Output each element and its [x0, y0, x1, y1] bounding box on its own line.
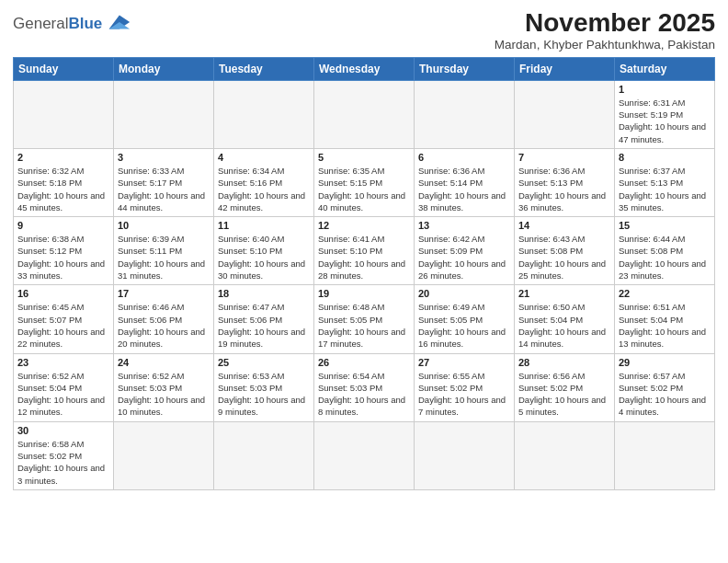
calendar-day-cell: 19Sunrise: 6:48 AMSunset: 5:05 PMDayligh… — [314, 285, 415, 353]
weekday-header-friday: Friday — [515, 57, 615, 80]
day-info: Sunrise: 6:31 AMSunset: 5:19 PMDaylight:… — [619, 97, 711, 145]
day-number: 3 — [118, 152, 210, 163]
day-number: 27 — [418, 357, 510, 368]
day-info: Sunrise: 6:58 AMSunset: 5:02 PMDaylight:… — [17, 438, 109, 487]
logo: GeneralBlue — [13, 13, 131, 33]
calendar-week-row: 16Sunrise: 6:45 AMSunset: 5:07 PMDayligh… — [14, 285, 715, 353]
day-number: 5 — [318, 152, 410, 163]
day-info: Sunrise: 6:53 AMSunset: 5:03 PMDaylight:… — [218, 370, 310, 419]
day-number: 25 — [218, 357, 310, 368]
day-info: Sunrise: 6:46 AMSunset: 5:06 PMDaylight:… — [118, 301, 210, 350]
calendar-day-cell: 4Sunrise: 6:34 AMSunset: 5:16 PMDaylight… — [214, 148, 314, 216]
calendar-day-cell: 3Sunrise: 6:33 AMSunset: 5:17 PMDaylight… — [114, 148, 214, 216]
calendar-day-cell: 5Sunrise: 6:35 AMSunset: 5:15 PMDaylight… — [314, 148, 415, 216]
day-number: 14 — [518, 220, 610, 231]
calendar-day-cell: 28Sunrise: 6:56 AMSunset: 5:02 PMDayligh… — [515, 353, 615, 421]
calendar-header: SundayMondayTuesdayWednesdayThursdayFrid… — [14, 57, 715, 80]
calendar-day-cell — [515, 421, 615, 489]
day-number: 15 — [619, 220, 711, 231]
day-number: 18 — [218, 288, 310, 299]
weekday-header-row: SundayMondayTuesdayWednesdayThursdayFrid… — [14, 57, 715, 80]
day-info: Sunrise: 6:47 AMSunset: 5:06 PMDaylight:… — [218, 301, 310, 350]
calendar-day-cell — [214, 80, 314, 148]
day-number: 24 — [118, 357, 210, 368]
day-info: Sunrise: 6:34 AMSunset: 5:16 PMDaylight:… — [218, 165, 310, 213]
day-number: 26 — [318, 357, 410, 368]
day-number: 1 — [619, 84, 711, 95]
day-info: Sunrise: 6:37 AMSunset: 5:13 PMDaylight:… — [619, 165, 711, 213]
day-info: Sunrise: 6:40 AMSunset: 5:10 PMDaylight:… — [218, 233, 310, 282]
page-title: November 2025 — [495, 9, 715, 38]
calendar-day-cell: 20Sunrise: 6:49 AMSunset: 5:05 PMDayligh… — [415, 285, 515, 353]
calendar-day-cell: 13Sunrise: 6:42 AMSunset: 5:09 PMDayligh… — [415, 217, 515, 285]
calendar: SundayMondayTuesdayWednesdayThursdayFrid… — [13, 57, 715, 490]
calendar-day-cell: 17Sunrise: 6:46 AMSunset: 5:06 PMDayligh… — [114, 285, 214, 353]
day-info: Sunrise: 6:32 AMSunset: 5:18 PMDaylight:… — [17, 165, 109, 213]
day-info: Sunrise: 6:39 AMSunset: 5:11 PMDaylight:… — [118, 233, 210, 282]
day-number: 21 — [518, 288, 610, 299]
day-info: Sunrise: 6:33 AMSunset: 5:17 PMDaylight:… — [118, 165, 210, 213]
day-number: 12 — [318, 220, 410, 231]
day-number: 8 — [619, 152, 711, 163]
calendar-day-cell: 1Sunrise: 6:31 AMSunset: 5:19 PMDaylight… — [615, 80, 715, 148]
day-number: 16 — [17, 288, 109, 299]
day-info: Sunrise: 6:54 AMSunset: 5:03 PMDaylight:… — [318, 370, 410, 419]
day-number: 28 — [518, 357, 610, 368]
day-info: Sunrise: 6:49 AMSunset: 5:05 PMDaylight:… — [418, 301, 510, 350]
calendar-day-cell — [515, 80, 615, 148]
header: GeneralBlue November 2025 Mardan, Khyber… — [13, 9, 715, 52]
day-info: Sunrise: 6:42 AMSunset: 5:09 PMDaylight:… — [418, 233, 510, 282]
day-number: 9 — [17, 220, 109, 231]
calendar-day-cell: 23Sunrise: 6:52 AMSunset: 5:04 PMDayligh… — [14, 353, 114, 421]
day-info: Sunrise: 6:57 AMSunset: 5:02 PMDaylight:… — [619, 370, 711, 419]
calendar-day-cell — [314, 421, 415, 489]
day-number: 7 — [518, 152, 610, 163]
calendar-day-cell: 21Sunrise: 6:50 AMSunset: 5:04 PMDayligh… — [515, 285, 615, 353]
day-info: Sunrise: 6:43 AMSunset: 5:08 PMDaylight:… — [518, 233, 610, 282]
calendar-day-cell: 10Sunrise: 6:39 AMSunset: 5:11 PMDayligh… — [114, 217, 214, 285]
calendar-day-cell: 7Sunrise: 6:36 AMSunset: 5:13 PMDaylight… — [515, 148, 615, 216]
day-info: Sunrise: 6:44 AMSunset: 5:08 PMDaylight:… — [619, 233, 711, 282]
calendar-week-row: 2Sunrise: 6:32 AMSunset: 5:18 PMDaylight… — [14, 148, 715, 216]
calendar-day-cell: 16Sunrise: 6:45 AMSunset: 5:07 PMDayligh… — [14, 285, 114, 353]
weekday-header-wednesday: Wednesday — [314, 57, 415, 80]
calendar-day-cell — [114, 80, 214, 148]
day-info: Sunrise: 6:48 AMSunset: 5:05 PMDaylight:… — [318, 301, 410, 350]
day-info: Sunrise: 6:56 AMSunset: 5:02 PMDaylight:… — [518, 370, 610, 419]
calendar-day-cell: 29Sunrise: 6:57 AMSunset: 5:02 PMDayligh… — [615, 353, 715, 421]
calendar-day-cell: 25Sunrise: 6:53 AMSunset: 5:03 PMDayligh… — [214, 353, 314, 421]
day-info: Sunrise: 6:51 AMSunset: 5:04 PMDaylight:… — [619, 301, 711, 350]
calendar-day-cell: 22Sunrise: 6:51 AMSunset: 5:04 PMDayligh… — [615, 285, 715, 353]
day-number: 30 — [17, 425, 109, 436]
day-info: Sunrise: 6:50 AMSunset: 5:04 PMDaylight:… — [518, 301, 610, 350]
page: GeneralBlue November 2025 Mardan, Khyber… — [0, 0, 728, 563]
day-info: Sunrise: 6:52 AMSunset: 5:03 PMDaylight:… — [118, 370, 210, 419]
day-info: Sunrise: 6:38 AMSunset: 5:12 PMDaylight:… — [17, 233, 109, 282]
day-number: 11 — [218, 220, 310, 231]
weekday-header-monday: Monday — [114, 57, 214, 80]
calendar-day-cell: 8Sunrise: 6:37 AMSunset: 5:13 PMDaylight… — [615, 148, 715, 216]
weekday-header-sunday: Sunday — [14, 57, 114, 80]
title-block: November 2025 Mardan, Khyber Pakhtunkhwa… — [495, 9, 715, 52]
calendar-day-cell — [14, 80, 114, 148]
logo-text-normal: General — [13, 15, 68, 32]
weekday-header-tuesday: Tuesday — [214, 57, 314, 80]
day-number: 20 — [418, 288, 510, 299]
day-info: Sunrise: 6:45 AMSunset: 5:07 PMDaylight:… — [17, 301, 109, 350]
day-info: Sunrise: 6:35 AMSunset: 5:15 PMDaylight:… — [318, 165, 410, 213]
weekday-header-saturday: Saturday — [615, 57, 715, 80]
calendar-day-cell: 27Sunrise: 6:55 AMSunset: 5:02 PMDayligh… — [415, 353, 515, 421]
calendar-day-cell: 30Sunrise: 6:58 AMSunset: 5:02 PMDayligh… — [14, 421, 114, 489]
logo-icon — [104, 13, 131, 33]
calendar-day-cell: 9Sunrise: 6:38 AMSunset: 5:12 PMDaylight… — [14, 217, 114, 285]
calendar-day-cell: 24Sunrise: 6:52 AMSunset: 5:03 PMDayligh… — [114, 353, 214, 421]
calendar-day-cell — [615, 421, 715, 489]
calendar-day-cell: 26Sunrise: 6:54 AMSunset: 5:03 PMDayligh… — [314, 353, 415, 421]
day-number: 2 — [17, 152, 109, 163]
day-number: 6 — [418, 152, 510, 163]
calendar-day-cell: 14Sunrise: 6:43 AMSunset: 5:08 PMDayligh… — [515, 217, 615, 285]
day-info: Sunrise: 6:41 AMSunset: 5:10 PMDaylight:… — [318, 233, 410, 282]
day-number: 29 — [619, 357, 711, 368]
day-number: 22 — [619, 288, 711, 299]
calendar-day-cell: 18Sunrise: 6:47 AMSunset: 5:06 PMDayligh… — [214, 285, 314, 353]
